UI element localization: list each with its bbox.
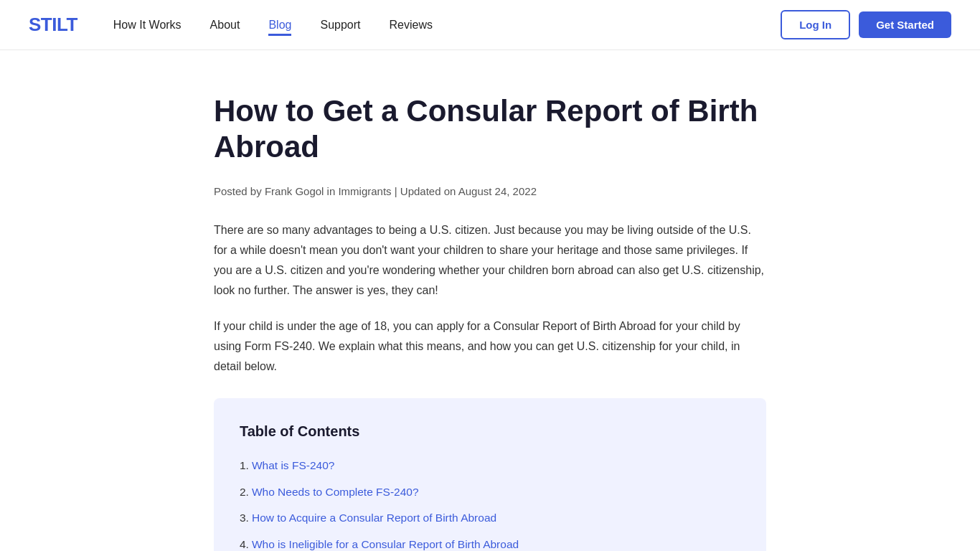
toc-item-1: 1.What is FS-240? [240,457,740,475]
nav-item-blog[interactable]: Blog [268,16,291,34]
nav-link-how-it-works[interactable]: How It Works [113,19,182,34]
logo[interactable]: STILT [29,10,77,40]
toc-item-3: 3.How to Acquire a Consular Report of Bi… [240,509,740,527]
article-meta: Posted by Frank Gogol in Immigrants | Up… [214,183,766,200]
toc-link-2[interactable]: Who Needs to Complete FS-240? [252,486,419,498]
login-button[interactable]: Log In [781,10,850,39]
toc-list: 1.What is FS-240? 2.Who Needs to Complet… [240,457,740,551]
toc-link-4[interactable]: Who is Ineligible for a Consular Report … [252,538,519,550]
article-paragraph-1: There are so many advantages to being a … [214,220,766,301]
nav-item-about[interactable]: About [210,16,240,34]
article-paragraph-2: If your child is under the age of 18, yo… [214,316,766,377]
main-content: How to Get a Consular Report of Birth Ab… [185,50,795,551]
nav-link-about[interactable]: About [210,19,240,34]
table-of-contents: Table of Contents 1.What is FS-240? 2.Wh… [214,398,766,551]
article-title: How to Get a Consular Report of Birth Ab… [214,93,766,166]
toc-num-4: 4. [240,538,249,550]
toc-num-2: 2. [240,486,249,498]
nav-link-reviews[interactable]: Reviews [390,19,433,34]
toc-num-1: 1. [240,459,249,471]
toc-item-2: 2.Who Needs to Complete FS-240? [240,484,740,501]
toc-title: Table of Contents [240,420,740,443]
toc-item-4: 4.Who is Ineligible for a Consular Repor… [240,536,740,551]
nav-links: How It Works About Blog Support Reviews [113,16,781,34]
article-body: There are so many advantages to being a … [214,220,766,377]
toc-link-1[interactable]: What is FS-240? [252,459,334,471]
nav-item-support[interactable]: Support [320,16,360,34]
nav-item-reviews[interactable]: Reviews [390,16,433,34]
nav-link-blog[interactable]: Blog [268,19,291,36]
nav-actions: Log In Get Started [781,10,951,39]
nav-item-how-it-works[interactable]: How It Works [113,16,182,34]
toc-link-3[interactable]: How to Acquire a Consular Report of Birt… [252,512,496,524]
navbar: STILT How It Works About Blog Support Re… [0,0,980,50]
nav-link-support[interactable]: Support [320,19,360,34]
toc-num-3: 3. [240,512,249,524]
get-started-button[interactable]: Get Started [859,11,951,38]
